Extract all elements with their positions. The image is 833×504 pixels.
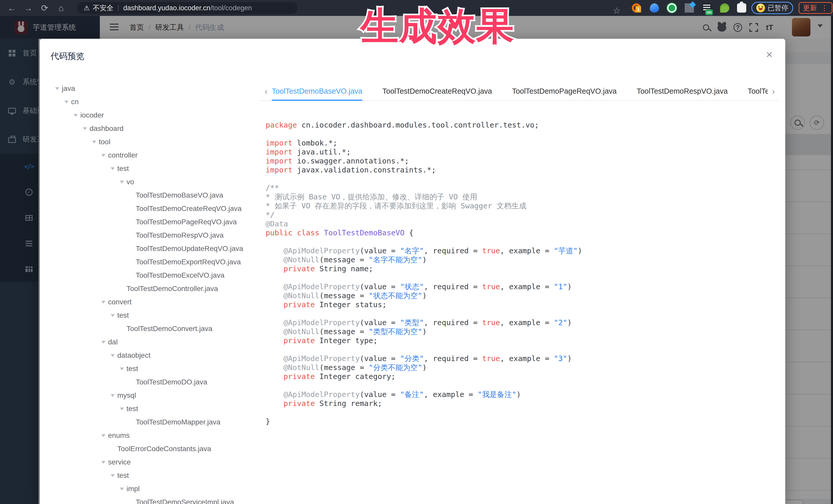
- browser-home-icon[interactable]: ⌂: [54, 0, 68, 16]
- tree-node-label: ToolErrorCodeConstants.java: [117, 445, 211, 453]
- annotation-title: 生成效果: [358, 6, 517, 47]
- tree-file-ToolErrorCodeConstants.java[interactable]: ToolErrorCodeConstants.java: [50, 442, 258, 456]
- tree-folder-dataobject[interactable]: dataobject: [50, 349, 258, 362]
- caret-down-icon[interactable]: [111, 354, 115, 359]
- caret-down-icon[interactable]: [101, 341, 105, 346]
- tree-folder-service[interactable]: service: [50, 456, 258, 469]
- tree-file-ToolTestDemoServiceImpl.java[interactable]: ToolTestDemoServiceImpl.java: [50, 496, 258, 504]
- caret-down-icon[interactable]: [101, 461, 105, 466]
- extension-icon-sprout[interactable]: [720, 3, 729, 13]
- code-line: private String remark;: [266, 399, 783, 408]
- tree-node-label: impl: [126, 485, 140, 493]
- tree-file-ToolTestDemoCreateReqVO.java[interactable]: ToolTestDemoCreateReqVO.java: [50, 202, 258, 215]
- update-label: 更新: [803, 3, 817, 13]
- url-path[interactable]: /tool/codegen: [210, 4, 252, 12]
- caret-down-icon[interactable]: [120, 487, 124, 493]
- extension-icon-ring[interactable]: 1: [632, 3, 641, 13]
- caret-down-icon[interactable]: [120, 181, 124, 186]
- tree-file-ToolTestDemoUpdateReqVO.java[interactable]: ToolTestDemoUpdateReqVO.java: [50, 242, 258, 255]
- tree-folder-test[interactable]: test: [50, 362, 258, 376]
- code-line: * 测试示例 Base VO，提供给添加、修改、详细的子 VO 使用: [266, 192, 783, 201]
- tree-file-ToolTestDemoMapper.java[interactable]: ToolTestDemoMapper.java: [50, 415, 258, 429]
- tree-file-ToolTestDemoBaseVO.java[interactable]: ToolTestDemoBaseVO.java: [50, 189, 258, 202]
- tree-folder-test[interactable]: test: [50, 402, 258, 415]
- url-host[interactable]: dashboard.yudao.iocoder.cn: [123, 4, 210, 12]
- tree-folder-enums[interactable]: enums: [50, 429, 258, 442]
- tree-folder-test[interactable]: test: [50, 162, 258, 175]
- tree-node-label: test: [126, 405, 138, 413]
- caret-down-icon[interactable]: [92, 141, 96, 145]
- extensions-puzzle-icon[interactable]: [737, 3, 746, 13]
- tree-folder-cn[interactable]: cn: [50, 95, 258, 109]
- tree-folder-convert[interactable]: convert: [50, 295, 258, 309]
- caret-down-icon[interactable]: [83, 127, 87, 132]
- caret-down-icon[interactable]: [74, 114, 78, 119]
- caret-down-icon[interactable]: [111, 394, 115, 399]
- extension-icon-green[interactable]: [667, 3, 676, 13]
- tree-folder-tool[interactable]: tool: [50, 135, 258, 149]
- scrollbar-edge[interactable]: [831, 16, 833, 504]
- tree-folder-vo[interactable]: vo: [50, 175, 258, 189]
- tree-file-ToolTestDemoController.java[interactable]: ToolTestDemoController.java: [50, 282, 258, 295]
- warning-icon: ⚠: [84, 4, 90, 12]
- caret-down-icon[interactable]: [101, 434, 105, 439]
- tree-folder-test[interactable]: test: [50, 309, 258, 322]
- tree-file-ToolTestDemoExportReqVO.java[interactable]: ToolTestDemoExportReqVO.java: [50, 255, 258, 269]
- tree-folder-dashboard[interactable]: dashboard: [50, 122, 258, 135]
- tree-file-ToolTestDemoConvert.java[interactable]: ToolTestDemoConvert.java: [50, 322, 258, 335]
- code-line: }: [266, 417, 783, 426]
- code-line: @ApiModelProperty(value = "名字", required…: [266, 246, 783, 255]
- tab-ToolTe[interactable]: ToolTe: [748, 84, 768, 101]
- bookmark-star-icon[interactable]: ☆: [610, 3, 624, 19]
- tree-node-label: test: [126, 365, 138, 373]
- tree-file-ToolTestDemoDO.java[interactable]: ToolTestDemoDO.java: [50, 376, 258, 389]
- caret-down-icon[interactable]: [111, 474, 115, 479]
- tree-folder-impl[interactable]: impl: [50, 482, 258, 496]
- tab-ToolTestDemoCreateReqVO.java[interactable]: ToolTestDemoCreateReqVO.java: [382, 84, 492, 101]
- tree-file-ToolTestDemoPageReqVO.java[interactable]: ToolTestDemoPageReqVO.java: [50, 215, 258, 229]
- tree-folder-test[interactable]: test: [50, 469, 258, 482]
- caret-down-icon[interactable]: [120, 367, 124, 373]
- caret-down-icon[interactable]: [65, 101, 69, 105]
- tree-file-ToolTestDemoExcelVO.java[interactable]: ToolTestDemoExcelVO.java: [50, 269, 258, 282]
- tree-node-label: ToolTestDemoMapper.java: [136, 418, 220, 426]
- tab-ToolTestDemoBaseVO.java[interactable]: ToolTestDemoBaseVO.java: [272, 84, 362, 101]
- code-line: [266, 381, 783, 390]
- tree-folder-dal[interactable]: dal: [50, 335, 258, 349]
- paused-profile-button[interactable]: 已暂停: [752, 2, 793, 14]
- caret-down-icon[interactable]: [55, 87, 59, 92]
- extension-icon-diamond[interactable]: [685, 3, 694, 13]
- caret-down-icon[interactable]: [101, 154, 105, 159]
- tree-node-label: service: [108, 458, 131, 466]
- emoji-avatar-icon: [756, 4, 765, 12]
- tabs-prev-icon[interactable]: ‹: [260, 84, 272, 98]
- extension-badge: 1: [636, 6, 641, 13]
- browser-update-button[interactable]: 更新 ⋮: [799, 2, 832, 14]
- browser-address-bar[interactable]: ⚠ 不安全 dashboard.yudao.iocoder.cn /tool/c…: [77, 2, 298, 14]
- browser-back-icon[interactable]: ←: [5, 0, 19, 16]
- browser-menu-icon[interactable]: ⋮: [821, 4, 828, 12]
- caret-down-icon[interactable]: [111, 314, 115, 319]
- code-line: * 如果子 VO 存在差异的字段，请不要添加到这里，影响 Swagger 文档生…: [266, 201, 783, 211]
- caret-down-icon[interactable]: [111, 167, 115, 172]
- tree-node-label: test: [117, 165, 129, 173]
- tab-ToolTestDemoRespVO.java[interactable]: ToolTestDemoRespVO.java: [637, 84, 728, 101]
- extension-icon-list[interactable]: on: [702, 3, 711, 13]
- browser-forward-icon[interactable]: →: [21, 0, 35, 16]
- tree-file-ToolTestDemoRespVO.java[interactable]: ToolTestDemoRespVO.java: [50, 229, 258, 242]
- security-label[interactable]: 不安全: [93, 3, 114, 13]
- tab-ToolTestDemoPageReqVO.java[interactable]: ToolTestDemoPageReqVO.java: [512, 84, 617, 101]
- code-line: @NotNull(message = "类型不能为空"): [266, 327, 783, 336]
- tree-folder-java[interactable]: java: [50, 82, 258, 95]
- tree-folder-iocoder[interactable]: iocoder: [50, 109, 258, 122]
- tabs-next-icon[interactable]: ›: [768, 84, 779, 98]
- tree-node-label: iocoder: [80, 111, 104, 119]
- tree-folder-mysql[interactable]: mysql: [50, 389, 258, 402]
- caret-down-icon[interactable]: [101, 301, 105, 306]
- tree-node-label: java: [62, 85, 75, 93]
- browser-reload-icon[interactable]: ⟳: [38, 0, 52, 16]
- extension-icon-gem[interactable]: [650, 3, 659, 13]
- tree-folder-controller[interactable]: controller: [50, 149, 258, 162]
- caret-down-icon[interactable]: [120, 408, 124, 412]
- close-icon[interactable]: ✕: [763, 48, 776, 61]
